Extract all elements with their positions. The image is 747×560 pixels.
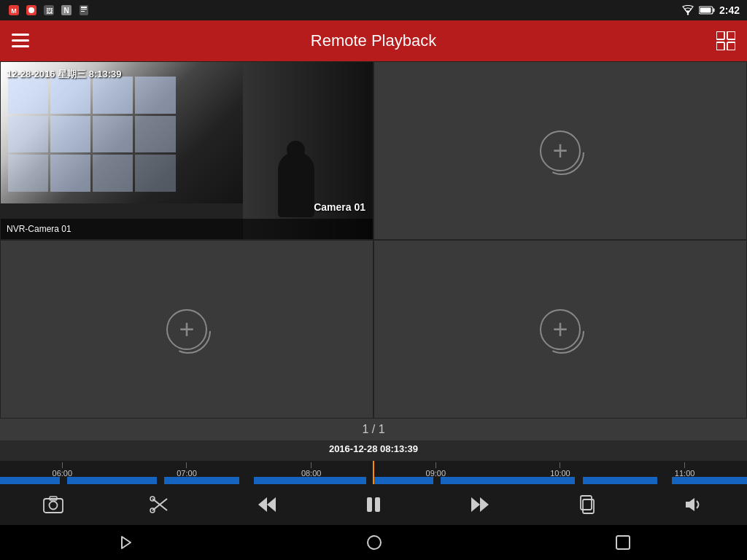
svg-rect-44 [616, 536, 630, 549]
svg-marker-41 [686, 498, 694, 511]
app-icon-5 [77, 4, 90, 17]
svg-rect-11 [81, 11, 85, 12]
back-button[interactable] [116, 534, 133, 551]
archive-button[interactable] [571, 489, 603, 521]
timeline-label-0: 06:00 [53, 462, 73, 478]
page-indicator: 1 / 1 [0, 419, 747, 440]
svg-rect-17 [12, 39, 29, 42]
page-title: Remote Playback [311, 31, 436, 50]
svg-rect-18 [12, 45, 29, 47]
svg-point-24 [166, 309, 210, 353]
video-cell-3[interactable] [0, 240, 374, 419]
timeline-label-2: 08:00 [301, 462, 322, 478]
add-camera-icon-2 [540, 131, 581, 171]
svg-point-27 [50, 502, 58, 510]
status-bar: M 🖼 N [0, 0, 747, 20]
screenshot-button[interactable] [37, 489, 69, 521]
svg-rect-19 [716, 31, 724, 39]
timeline-label-4: 10:00 [550, 462, 570, 478]
grid-view-button[interactable] [716, 31, 735, 50]
svg-point-12 [687, 13, 689, 15]
video-cell-2[interactable] [374, 61, 747, 240]
clock-display: 2:42 [719, 4, 740, 16]
add-camera-icon-4 [540, 309, 581, 350]
timeline-datetime: 2016-12-28 08:13:39 [329, 443, 418, 454]
app-icon-2 [25, 4, 38, 17]
camera-name-text: NVR-Camera 01 [7, 224, 71, 234]
svg-rect-9 [81, 7, 87, 8]
svg-rect-21 [716, 42, 724, 50]
battery-icon [699, 6, 715, 15]
timeline-track[interactable]: 06:00 07:00 08:00 09:00 10:00 11:00 [0, 461, 747, 484]
add-camera-icon-3 [166, 309, 207, 350]
timeline-label-1: 07:00 [177, 462, 197, 478]
status-icons-right: 2:42 [681, 4, 740, 16]
nav-bar [0, 525, 747, 560]
video-cell-4[interactable] [374, 240, 747, 419]
svg-marker-34 [258, 497, 267, 512]
svg-rect-35 [367, 497, 372, 512]
camera-label: Camera 01 [314, 201, 365, 213]
svg-marker-38 [480, 497, 489, 512]
wifi-icon [681, 5, 694, 15]
svg-marker-33 [267, 497, 276, 512]
app-icon-1: M [7, 4, 20, 17]
svg-point-3 [28, 7, 34, 13]
svg-point-25 [540, 309, 584, 353]
svg-rect-36 [375, 497, 380, 512]
top-bar: Remote Playback [0, 20, 747, 61]
video-grid: 12-28-2016 星期三 8:13:39 Camera 01 NVR-Cam… [0, 61, 747, 419]
svg-rect-14 [713, 9, 714, 12]
svg-text:M: M [11, 7, 17, 15]
rewind-button[interactable] [251, 489, 283, 521]
svg-rect-22 [727, 42, 735, 50]
app-icon-4: N [60, 4, 73, 17]
svg-rect-15 [700, 8, 711, 13]
timeline-label-5: 11:00 [675, 462, 695, 478]
video-cell-1[interactable]: 12-28-2016 星期三 8:13:39 Camera 01 NVR-Cam… [0, 61, 374, 240]
page-indicator-text: 1 / 1 [362, 423, 384, 436]
camera-name-bar: NVR-Camera 01 [1, 219, 373, 239]
timeline-label-3: 09:00 [426, 462, 446, 478]
camera-timestamp: 12-28-2016 星期三 8:13:39 [7, 68, 122, 81]
svg-rect-16 [12, 34, 29, 36]
svg-point-43 [368, 536, 381, 549]
pause-button[interactable] [357, 489, 390, 521]
svg-rect-20 [727, 31, 735, 39]
timeline-header: 2016-12-28 08:13:39 [0, 440, 747, 461]
bottom-controls [0, 484, 747, 525]
svg-marker-37 [471, 497, 480, 512]
svg-marker-42 [122, 537, 131, 548]
trim-button[interactable] [144, 489, 176, 521]
menu-button[interactable] [12, 34, 29, 48]
svg-text:N: N [63, 7, 69, 15]
timeline-area[interactable]: 2016-12-28 08:13:39 06:00 07:00 08:00 09… [0, 440, 747, 484]
status-icons-left: M 🖼 N [7, 4, 90, 17]
svg-point-23 [540, 131, 584, 174]
recent-apps-button[interactable] [615, 534, 631, 551]
app-icon-3: 🖼 [42, 4, 55, 17]
svg-rect-10 [81, 9, 87, 9]
camera-feed-1: 12-28-2016 星期三 8:13:39 Camera 01 NVR-Cam… [1, 62, 373, 239]
svg-text:🖼: 🖼 [46, 7, 53, 15]
timeline-cursor [373, 461, 374, 484]
home-button[interactable] [365, 534, 383, 551]
volume-button[interactable] [678, 489, 710, 521]
fastforward-button[interactable] [464, 489, 496, 521]
